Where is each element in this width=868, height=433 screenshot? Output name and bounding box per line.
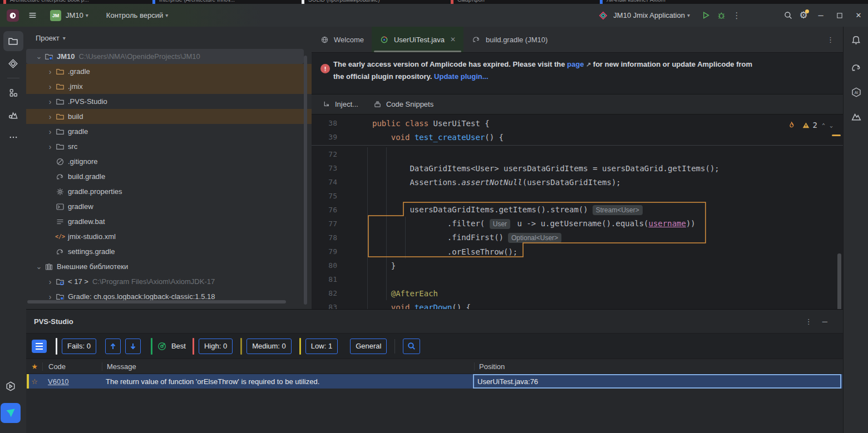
row-code-cell[interactable]: V6010 <box>42 377 101 386</box>
more-actions-kebab-icon[interactable]: ⋮ <box>729 8 744 23</box>
pvs-menu-button[interactable] <box>32 340 47 353</box>
column-header-position[interactable]: Position <box>474 362 842 371</box>
chevron-right-icon[interactable]: › <box>45 82 55 91</box>
fails-filter-button[interactable]: Fails: 0 <box>62 339 96 354</box>
window-maximize-button[interactable] <box>830 7 849 24</box>
banner-page-link[interactable]: page <box>567 60 584 68</box>
tree-row[interactable]: ⌄JM10C:\Users\NMA\OpenideProjects\JM10 <box>26 49 304 64</box>
gradle-icon <box>471 34 481 44</box>
window-close-button[interactable]: ✕ <box>849 7 868 24</box>
chevron-right-icon[interactable]: › <box>45 142 55 151</box>
error-stripe-mark[interactable] <box>832 135 841 136</box>
tree-row[interactable]: gradlew <box>26 199 312 214</box>
project-tree-vertical-scrollbar[interactable] <box>304 56 307 305</box>
window-minimize-button[interactable]: ─ <box>811 7 830 24</box>
column-header-code[interactable]: Code <box>42 362 102 371</box>
gradle-toolwindow-button[interactable] <box>846 58 866 78</box>
tab-options-kebab-icon[interactable]: ⋮ <box>818 36 843 44</box>
settings-gear-icon[interactable]: ⚙ <box>796 8 811 23</box>
next-warning-chevron-icon[interactable]: ⌄ <box>830 122 833 128</box>
high-filter-button[interactable]: High: 0 <box>199 339 233 354</box>
tab-useruitest-java[interactable]: UserUiTest.java✕ <box>372 27 463 52</box>
services-toolwindow-button[interactable] <box>1 376 21 396</box>
project-tree-horizontal-scrollbar[interactable] <box>27 300 286 303</box>
gradle-icon <box>55 172 65 182</box>
tree-row[interactable]: .gitignore <box>26 154 312 169</box>
chevron-right-icon[interactable]: › <box>45 277 55 286</box>
code-text: .filter( User u -> u.getUsername().equal… <box>342 219 696 229</box>
pvs-search-button[interactable] <box>403 339 420 354</box>
chevron-right-icon[interactable]: › <box>45 127 55 136</box>
tree-row[interactable]: settings.gradle <box>26 244 312 259</box>
tree-row[interactable]: ›src <box>26 139 312 154</box>
column-header-message[interactable]: Message <box>102 362 474 371</box>
tab-close-icon[interactable]: ✕ <box>450 36 456 43</box>
inject-button[interactable]: Inject... <box>322 99 358 110</box>
medium-filter-button[interactable]: Medium: 0 <box>246 339 292 354</box>
pvs-studio-toolwindow-button[interactable] <box>1 403 21 423</box>
tree-row[interactable]: ›< 17 >C:\Program Files\Axiom\AxiomJDK-1… <box>26 274 312 289</box>
tree-row[interactable]: ›build <box>26 109 312 124</box>
editor-vertical-scrollbar-thumb[interactable] <box>837 253 841 312</box>
tree-row[interactable]: ›.jmix <box>26 79 312 94</box>
ai-assistant-toolwindow-button[interactable]: AI <box>846 82 866 102</box>
code-text: void test_createUser() { <box>342 133 504 142</box>
tree-row[interactable]: gradle.properties <box>26 184 312 199</box>
tree-row[interactable]: gradlew.bat <box>26 214 312 229</box>
debug-button[interactable] <box>713 8 729 23</box>
best-filter-label[interactable]: Best <box>171 342 186 350</box>
prev-issue-button[interactable] <box>105 339 121 354</box>
run-button[interactable] <box>698 8 713 23</box>
tree-item-label: src <box>68 142 77 151</box>
code-line-74: 74 Assertions.assertNotNull(usersDataGri… <box>312 175 843 189</box>
code-snippets-button[interactable]: Code Snippets <box>373 99 433 110</box>
chevron-right-icon[interactable]: › <box>45 97 55 106</box>
pvs-options-kebab-icon[interactable]: ⋮ <box>805 317 812 326</box>
globe-icon <box>319 34 329 44</box>
tree-row[interactable]: ›.gradle <box>26 64 312 79</box>
chevron-right-icon[interactable]: › <box>45 67 55 76</box>
tree-row[interactable]: ⌄Внешние библиотеки <box>26 259 312 274</box>
chevron-down-icon[interactable]: ⌄ <box>34 52 44 61</box>
inspections-widget[interactable]: 2 ⌃ ⌄ <box>787 120 834 130</box>
project-toolwindow-button[interactable] <box>3 31 23 51</box>
chevron-right-icon[interactable]: › <box>45 112 55 121</box>
tree-row[interactable]: ›gradle <box>26 124 312 139</box>
pvs-minimize-icon[interactable]: ─ <box>822 317 827 326</box>
jmix-toolwindow-button[interactable] <box>3 53 23 73</box>
run-configuration-select[interactable]: JM10 Jmix Application <box>613 11 685 19</box>
project-name[interactable]: JM10 <box>66 11 83 19</box>
tree-item-label: jmix-studio.xml <box>68 232 116 241</box>
tree-row[interactable]: </>jmix-studio.xml <box>26 229 312 244</box>
row-star-icon[interactable]: ☆ <box>27 377 42 386</box>
diagnostic-code-link[interactable]: V6010 <box>48 377 69 386</box>
tree-item-label: .jmix <box>68 82 83 91</box>
project-panel-header[interactable]: Проект ▾ <box>26 27 312 49</box>
more-toolwindows-button[interactable] <box>3 127 23 147</box>
banner-update-plugin-link[interactable]: Update plugin... <box>434 72 489 81</box>
next-issue-button[interactable] <box>125 339 141 354</box>
tree-row[interactable]: ›.PVS-Studio <box>26 94 312 109</box>
search-everywhere-icon[interactable] <box>780 8 796 23</box>
project-panel-chevron-icon: ▾ <box>63 35 66 41</box>
notifications-bell-icon[interactable] <box>846 30 866 50</box>
code-editor[interactable]: 38public class UserUiTest {39 void test_… <box>312 115 843 316</box>
favorites-column-star-icon[interactable]: ★ <box>27 362 42 371</box>
tab-welcome[interactable]: Welcome <box>312 27 372 52</box>
vcs-widget[interactable]: Контроль версий <box>106 11 163 19</box>
main-menu-hamburger-icon[interactable] <box>24 8 40 23</box>
chevron-down-icon[interactable]: ⌄ <box>34 262 44 271</box>
amplicode-toolwindow-button[interactable] <box>846 107 866 127</box>
tree-row[interactable]: build.gradle <box>26 169 312 184</box>
prev-warning-chevron-icon[interactable]: ⌃ <box>822 122 825 128</box>
folder-icon <box>55 127 65 137</box>
browser-tab-favicon <box>302 0 304 4</box>
qa-analysis-toolwindow-button[interactable] <box>3 105 23 125</box>
tab-label: Welcome <box>334 36 364 44</box>
row-position-cell[interactable]: UserUiTest.java:76 <box>473 374 842 389</box>
low-filter-button[interactable]: Low: 1 <box>305 339 338 354</box>
general-filter-button[interactable]: General <box>350 339 387 354</box>
tab-build-gradle-jm10-[interactable]: build.gradle (JM10) <box>463 27 555 52</box>
structure-toolwindow-button[interactable] <box>3 83 23 103</box>
table-row[interactable]: ☆ V6010 The return value of function 'or… <box>27 374 842 389</box>
